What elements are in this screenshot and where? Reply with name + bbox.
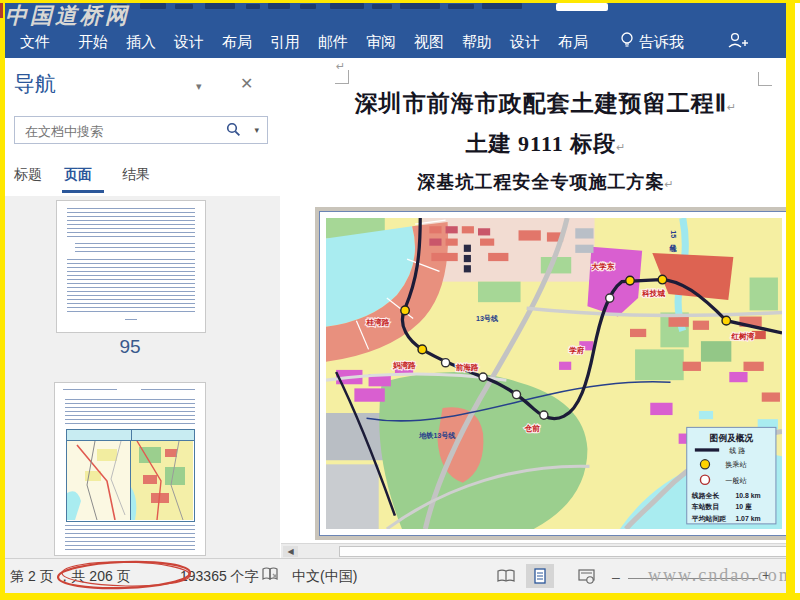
- svg-text:1.07 km: 1.07 km: [735, 515, 760, 522]
- thumbnail-page-number: 95: [56, 336, 204, 358]
- red-ellipse-annotation: [52, 556, 197, 594]
- paragraph-mark: ↵: [616, 141, 626, 153]
- svg-text:妈湾路: 妈湾路: [392, 361, 416, 370]
- nav-pane-title: 导航: [14, 70, 56, 98]
- margin-crop-mark-right: [758, 72, 772, 86]
- titlebar-button[interactable]: [556, 3, 608, 11]
- svg-text:桂湾路: 桂湾路: [366, 318, 390, 327]
- nav-active-tab-underline: [62, 190, 104, 193]
- svg-text:一般站: 一般站: [725, 477, 747, 485]
- svg-text:平均站间距: 平均站间距: [691, 515, 726, 523]
- svg-text:前海路: 前海路: [455, 363, 479, 372]
- map-legend: 图例及概况 线 路 换乘站 一般站 线路全长10.8 km 车站数目10 座 平…: [687, 427, 776, 523]
- navigation-pane: 导航 ▾ ✕ ▾ 标题 页面 结果 95: [0, 58, 282, 558]
- tell-me-box[interactable]: 告诉我: [639, 25, 684, 58]
- zoom-out-button[interactable]: –: [612, 569, 620, 585]
- legend-title: 图例及概况: [710, 433, 753, 443]
- doc-title-text-1: 深圳市前海市政配套土建预留工程Ⅱ: [355, 91, 727, 116]
- svg-text:大学东: 大学东: [591, 262, 614, 271]
- scrollbar-thumb[interactable]: [339, 546, 791, 557]
- nav-pane-close-icon[interactable]: ✕: [240, 74, 253, 93]
- horizontal-scrollbar[interactable]: ◀: [281, 543, 800, 559]
- ribbon-tab-mailings[interactable]: 邮件: [318, 25, 348, 58]
- page-thumbnail-96[interactable]: [54, 382, 206, 556]
- page-thumbnail-list: 95: [0, 196, 280, 558]
- thumbnail-map-table: [66, 429, 195, 522]
- page-thumbnail-95[interactable]: [56, 200, 206, 333]
- svg-text:13号线: 13号线: [476, 314, 498, 323]
- read-mode-button[interactable]: [492, 564, 520, 588]
- legend-regular-symbol: [700, 475, 709, 484]
- doc-title-text-2: 土建 9111 标段: [466, 131, 617, 156]
- ribbon-tab-design-2[interactable]: 设计: [510, 25, 540, 58]
- ribbon-tab-layout-2[interactable]: 布局: [558, 25, 588, 58]
- ribbon-tab-design[interactable]: 设计: [174, 25, 204, 58]
- doc-title-line-3: 深基坑工程安全专项施工方案↵: [306, 170, 786, 194]
- nav-search-box[interactable]: ▾: [14, 116, 268, 144]
- ribbon-tab-help[interactable]: 帮助: [462, 25, 492, 58]
- svg-text:科技城: 科技城: [641, 289, 665, 298]
- lightbulb-icon: [620, 31, 634, 53]
- svg-text:地铁13号线: 地铁13号线: [418, 431, 455, 440]
- svg-text:10.8 km: 10.8 km: [735, 492, 760, 499]
- svg-text:仓前: 仓前: [524, 424, 541, 433]
- nav-tab-pages[interactable]: 页面: [64, 166, 92, 184]
- ribbon-tab-view[interactable]: 视图: [414, 25, 444, 58]
- svg-text:学府: 学府: [569, 346, 585, 355]
- watermark-bottom: www.cndao.com: [648, 565, 795, 586]
- search-icon[interactable]: [226, 122, 241, 141]
- ribbon-tab-review[interactable]: 审阅: [366, 25, 396, 58]
- language-indicator[interactable]: 中文(中国): [292, 568, 357, 586]
- legend-transfer-symbol: [700, 460, 709, 469]
- nav-tab-results[interactable]: 结果: [122, 166, 150, 184]
- doc-title-text-3: 深基坑工程安全专项施工方案: [417, 172, 664, 192]
- border-bottom: [0, 593, 800, 600]
- ribbon-tab-references[interactable]: 引用: [270, 25, 300, 58]
- border-right: [786, 0, 795, 600]
- watermark-top: 中国道桥网: [5, 1, 130, 31]
- proofing-errors-icon[interactable]: [262, 566, 281, 585]
- border-left: [0, 0, 5, 600]
- search-dropdown-chevron-icon[interactable]: ▾: [254, 125, 259, 135]
- border-right-white: [795, 0, 800, 600]
- ribbon-tab-insert[interactable]: 插入: [126, 25, 156, 58]
- svg-text:红树湾: 红树湾: [730, 332, 754, 341]
- map-image[interactable]: 桂湾路 妈湾路 前海路 仓前 学府 大学东 科技城 红树湾 地铁13号线 13号…: [326, 218, 782, 529]
- svg-text:线路全长: 线路全长: [691, 492, 720, 500]
- border-top: [0, 0, 800, 3]
- svg-text:车站数目: 车站数目: [691, 502, 720, 511]
- doc-title-line-1: 深圳市前海市政配套土建预留工程Ⅱ↵: [306, 88, 786, 119]
- document-page[interactable]: ↵ 深圳市前海市政配套土建预留工程Ⅱ↵ 土建 9111 标段↵ 深基坑工程安全专…: [281, 58, 800, 543]
- margin-crop-mark-left: [335, 70, 349, 84]
- svg-text:换乘站: 换乘站: [725, 460, 747, 469]
- red-edge-mark: [0, 3, 3, 18]
- svg-text:线 路: 线 路: [729, 447, 745, 455]
- ribbon-tab-layout[interactable]: 布局: [222, 25, 252, 58]
- nav-tab-headings[interactable]: 标题: [14, 166, 42, 184]
- doc-title-line-2: 土建 9111 标段↵: [306, 129, 786, 159]
- word-window: 文件 开始 插入 设计 布局 引用 邮件 审阅 视图 帮助 设计 布局 告诉我 …: [0, 0, 800, 600]
- print-layout-button[interactable]: [526, 564, 554, 588]
- web-layout-button[interactable]: [572, 564, 600, 588]
- map-picture-frame[interactable]: 桂湾路 妈湾路 前海路 仓前 学府 大学东 科技城 红树湾 地铁13号线 13号…: [315, 207, 793, 540]
- share-person-icon[interactable]: [726, 30, 748, 54]
- scroll-left-icon[interactable]: ◀: [283, 546, 298, 557]
- paragraph-mark: ↵: [727, 101, 737, 113]
- search-input[interactable]: [23, 121, 217, 141]
- paragraph-mark: ↵: [664, 178, 674, 190]
- svg-text:10 座: 10 座: [735, 503, 752, 510]
- nav-pane-options-chevron-icon[interactable]: ▾: [196, 80, 202, 93]
